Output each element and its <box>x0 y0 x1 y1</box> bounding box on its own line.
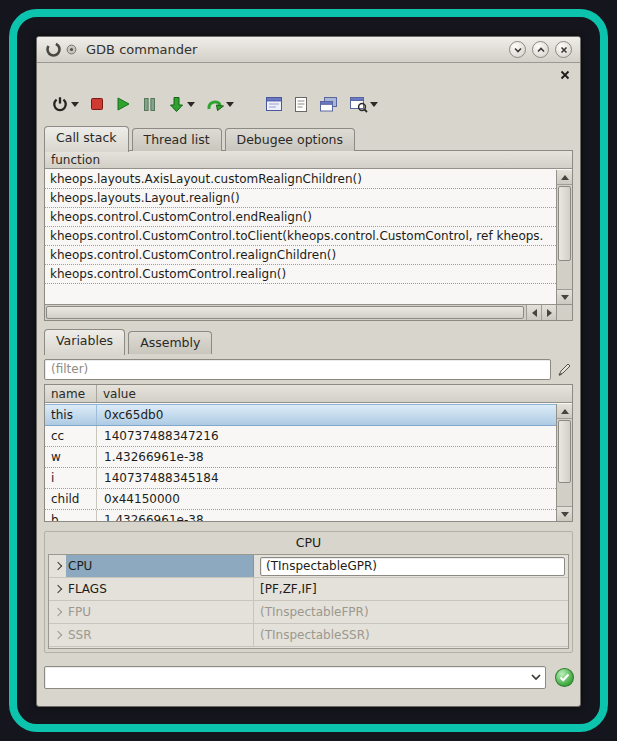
scroll-down-icon[interactable] <box>557 506 572 521</box>
variable-name: w <box>45 447 97 467</box>
show-form-button[interactable] <box>263 94 285 114</box>
cpu-row-fpu[interactable]: FPU (TInspectableFPR) <box>49 601 568 624</box>
cpu-register-name[interactable]: FLAGS <box>66 578 254 600</box>
callstack-panel: function kheops.layouts.AxisLayout.custo… <box>44 150 573 321</box>
titlebar[interactable]: GDB commander <box>37 37 580 63</box>
variable-name: b <box>45 510 97 521</box>
callstack-header[interactable]: function <box>45 151 572 169</box>
cpu-row-cpu[interactable]: CPU (TInspectableGPR) <box>49 555 568 578</box>
command-input[interactable] <box>45 667 527 688</box>
tab-call-stack[interactable]: Call stack <box>44 126 129 152</box>
scroll-thumb[interactable] <box>558 186 571 261</box>
scroll-thumb[interactable] <box>46 306 524 319</box>
callstack-row[interactable]: kheops.control.CustomControl.toClient(kh… <box>45 227 556 246</box>
variable-name: cc <box>45 426 97 446</box>
callstack-row[interactable]: kheops.control.CustomControl.realign() <box>45 265 556 284</box>
close-button[interactable] <box>555 41 572 58</box>
callstack-horizontal-scrollbar[interactable] <box>45 304 556 320</box>
step-into-button[interactable] <box>166 94 197 115</box>
variable-value: 0x44150000 <box>97 489 556 509</box>
scroll-right-icon[interactable] <box>541 305 556 320</box>
callstack-row[interactable]: kheops.control.CustomControl.endRealign(… <box>45 208 556 227</box>
callstack-row[interactable]: kheops.control.CustomControl.realignChil… <box>45 246 556 265</box>
variable-row-w[interactable]: w 1.43266961e-38 <box>45 447 556 468</box>
expander-icon[interactable] <box>49 624 66 646</box>
variable-row-i[interactable]: i 140737488345184 <box>45 468 556 489</box>
gdb-commander-window: GDB commander <box>36 36 581 707</box>
variable-row-b[interactable]: b 1.43266961e-38 <box>45 510 556 521</box>
cpu-register-name[interactable]: SSR <box>66 624 254 646</box>
scroll-thumb[interactable] <box>558 420 571 483</box>
scroll-up-icon[interactable] <box>557 170 572 185</box>
panel-close-icon[interactable] <box>559 69 571 81</box>
variable-name: child <box>45 489 97 509</box>
cpu-table: CPU (TInspectableGPR) FLAGS [PF,ZF,IF] F… <box>48 554 569 649</box>
variables-column-value[interactable]: value <box>97 385 142 402</box>
expander-icon[interactable] <box>49 601 66 623</box>
screenshot-stage: GDB commander <box>0 0 617 741</box>
scroll-up-icon[interactable] <box>557 404 572 419</box>
variable-row-this[interactable]: this 0xc65db0 <box>45 404 556 426</box>
variable-name: i <box>45 468 97 488</box>
filter-pen-icon[interactable] <box>556 361 572 377</box>
cpu-row-ssr[interactable]: SSR (TInspectableSSR) <box>49 624 568 647</box>
expander-icon[interactable] <box>49 555 66 577</box>
cpu-register-name[interactable]: CPU <box>66 555 254 577</box>
expander-icon[interactable] <box>49 578 66 600</box>
variable-value: 1.43266961e-38 <box>97 447 556 467</box>
cpu-register-value: (TInspectableSSR) <box>254 624 568 646</box>
combo-dropdown-icon[interactable] <box>527 667 545 688</box>
show-log-button[interactable] <box>292 94 310 115</box>
tab-assembly[interactable]: Assembly <box>128 331 212 354</box>
tab-variables[interactable]: Variables <box>44 329 125 355</box>
callstack-row[interactable]: kheops.layouts.Layout.realign() <box>45 189 556 208</box>
shade-button[interactable] <box>509 41 526 58</box>
command-row <box>44 665 574 689</box>
scroll-track[interactable] <box>557 419 572 506</box>
variable-value: 140737488347216 <box>97 426 556 446</box>
run-button[interactable] <box>113 94 133 114</box>
filter-input[interactable] <box>44 359 551 380</box>
window-title: GDB commander <box>86 42 197 57</box>
variables-tabbar: Variables Assembly <box>44 331 215 354</box>
cpu-register-name[interactable]: FPU <box>66 601 254 623</box>
filter-row <box>44 358 573 380</box>
maximize-button[interactable] <box>532 41 549 58</box>
callstack-vertical-scrollbar[interactable] <box>556 170 572 304</box>
cpu-register-value: (TInspectableGPR) <box>254 555 568 577</box>
app-icon <box>45 41 62 58</box>
step-over-button[interactable] <box>204 94 236 115</box>
callstack-column-function[interactable]: function <box>45 151 106 168</box>
tab-debugee-options[interactable]: Debugee options <box>225 128 356 151</box>
step-over-dropdown-icon[interactable] <box>226 102 234 107</box>
power-dropdown-icon[interactable] <box>71 102 79 107</box>
scroll-left-icon[interactable] <box>526 305 541 320</box>
pause-button[interactable] <box>140 95 159 114</box>
cpu-title: CPU <box>45 532 572 552</box>
tab-thread-list[interactable]: Thread list <box>132 128 222 151</box>
variables-header[interactable]: name value <box>45 385 572 403</box>
inspect-dropdown-icon[interactable] <box>370 102 378 107</box>
show-windows-button[interactable] <box>317 94 340 115</box>
power-button[interactable] <box>49 93 81 115</box>
cpu-value-field[interactable]: (TInspectableGPR) <box>260 557 565 576</box>
stop-button[interactable] <box>88 95 106 113</box>
step-into-dropdown-icon[interactable] <box>187 102 195 107</box>
variable-row-child[interactable]: child 0x44150000 <box>45 489 556 510</box>
cpu-row-flags[interactable]: FLAGS [PF,ZF,IF] <box>49 578 568 601</box>
scroll-down-icon[interactable] <box>557 289 572 304</box>
command-combobox[interactable] <box>44 666 546 689</box>
variable-value: 140737488345184 <box>97 468 556 488</box>
app-menu-icon[interactable] <box>65 44 77 56</box>
variables-column-name[interactable]: name <box>45 385 97 402</box>
client-area: Call stack Thread list Debugee options f… <box>37 63 580 706</box>
debug-toolbar <box>49 89 387 119</box>
callstack-row[interactable]: kheops.layouts.AxisLayout.customRealignC… <box>45 170 556 189</box>
scroll-track[interactable] <box>45 305 526 320</box>
execute-button[interactable] <box>555 668 574 687</box>
cpu-register-value: [PF,ZF,IF] <box>254 578 568 600</box>
scroll-track[interactable] <box>557 185 572 289</box>
inspect-button[interactable] <box>347 94 380 115</box>
variables-vertical-scrollbar[interactable] <box>556 404 572 521</box>
variable-row-cc[interactable]: cc 140737488347216 <box>45 426 556 447</box>
